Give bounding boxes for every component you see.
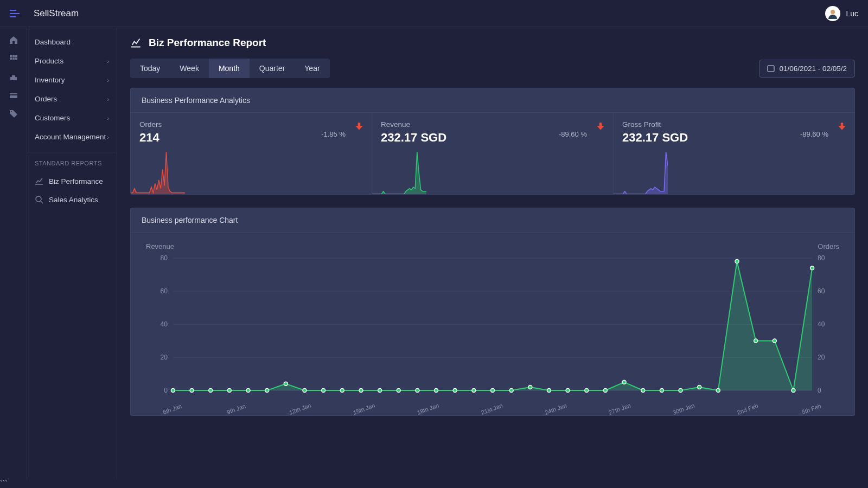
svg-text:15th Jan: 15th Jan	[352, 402, 376, 415]
svg-point-47	[528, 385, 532, 389]
svg-point-29	[190, 389, 194, 393]
content-area: Biz Performance Report Today Week Month …	[117, 27, 868, 479]
svg-rect-1	[10, 55, 12, 57]
svg-point-61	[792, 389, 795, 393]
kpi-delta: -89.60 %	[800, 130, 828, 138]
sidebar-item-inventory[interactable]: Inventory ›	[27, 70, 117, 89]
svg-text:80: 80	[818, 254, 825, 262]
svg-point-28	[171, 389, 175, 393]
tab-today[interactable]: Today	[130, 59, 170, 78]
home-icon[interactable]	[9, 36, 18, 44]
kpi-label: Gross Profit	[622, 120, 846, 129]
sidebar-report-sales-analytics[interactable]: Sales Analytics	[27, 190, 117, 209]
menu-toggle-icon[interactable]	[10, 10, 20, 17]
svg-text:12th Jan: 12th Jan	[288, 402, 312, 415]
page-title: Biz Performance Report	[149, 37, 266, 49]
calendar-icon	[767, 65, 775, 72]
tab-quarter[interactable]: Quarter	[250, 59, 295, 78]
kpi-delta: -1.85 %	[321, 130, 346, 138]
inventory-icon[interactable]	[9, 73, 18, 81]
svg-point-58	[735, 260, 739, 264]
card-icon[interactable]	[9, 91, 18, 100]
svg-rect-8	[10, 93, 17, 98]
svg-point-10	[11, 111, 12, 112]
avatar[interactable]	[825, 6, 840, 21]
svg-text:30th Jan: 30th Jan	[672, 402, 695, 415]
svg-point-51	[603, 389, 607, 393]
chevron-right-icon: ›	[107, 115, 109, 121]
date-range-picker[interactable]: 01/06/2021 - 02/05/2	[759, 60, 855, 78]
sidebar-reports-header: STANDARD REPORTS	[27, 160, 117, 172]
svg-point-50	[585, 389, 589, 393]
svg-point-48	[547, 389, 551, 393]
tab-year[interactable]: Year	[295, 59, 329, 78]
svg-text:60: 60	[161, 287, 168, 295]
sidebar-item-dashboard[interactable]: Dashboard	[27, 33, 117, 52]
kpi-orders: Orders 214 -1.85 %	[131, 113, 372, 194]
username[interactable]: Luc	[846, 9, 858, 18]
svg-point-31	[227, 389, 231, 393]
sidebar-item-customers[interactable]: Customers ›	[27, 108, 117, 127]
chevron-right-icon: ›	[107, 134, 109, 140]
svg-rect-4	[10, 57, 12, 60]
svg-rect-5	[12, 57, 15, 60]
svg-point-44	[472, 389, 476, 393]
svg-point-40	[397, 389, 400, 393]
sidebar-item-label: Products	[35, 57, 63, 65]
svg-point-54	[660, 389, 663, 393]
svg-point-0	[831, 10, 835, 14]
sidebar-report-biz-performance[interactable]: Biz Performance	[27, 172, 117, 190]
svg-rect-3	[15, 55, 17, 57]
svg-rect-9	[10, 94, 17, 95]
left-axis-label: Revenue	[146, 242, 174, 251]
kpi-label: Revenue	[381, 120, 604, 129]
kpi-delta: -89.60 %	[559, 130, 587, 138]
svg-text:0: 0	[818, 387, 821, 394]
topbar: SellStream Luc	[0, 0, 868, 27]
date-range-text: 01/06/2021 - 02/05/2	[779, 65, 847, 73]
analytics-card: Business Performance Analytics Orders 21…	[130, 88, 855, 195]
sidebar-item-orders[interactable]: Orders ›	[27, 89, 117, 108]
svg-point-57	[716, 389, 720, 393]
svg-text:0: 0	[164, 387, 168, 394]
svg-text:5th Feb: 5th Feb	[801, 402, 822, 415]
sidebar-item-label: Inventory	[35, 76, 65, 84]
tab-week[interactable]: Week	[170, 59, 209, 78]
svg-rect-12	[768, 66, 774, 72]
icon-rail	[0, 27, 27, 479]
svg-text:24th Jan: 24th Jan	[544, 402, 568, 415]
svg-point-59	[754, 339, 758, 343]
arrow-down-icon	[354, 121, 364, 131]
svg-point-37	[340, 389, 344, 393]
sidebar-item-products[interactable]: Products ›	[27, 52, 117, 70]
svg-text:40: 40	[818, 320, 825, 328]
svg-text:21st Jan: 21st Jan	[480, 402, 503, 415]
analytics-card-title: Business Performance Analytics	[131, 88, 854, 113]
sidebar-item-label: Account Management	[35, 133, 106, 141]
kpi-gross-profit: Gross Profit 232.17 SGD -89.60 %	[614, 113, 854, 194]
sparkline	[614, 149, 668, 194]
svg-text:20: 20	[818, 354, 825, 361]
svg-point-39	[378, 389, 382, 393]
svg-point-35	[303, 389, 307, 393]
svg-text:80: 80	[161, 254, 168, 262]
svg-point-45	[491, 389, 495, 393]
tag-icon[interactable]	[9, 110, 18, 118]
sidebar-report-label: Biz Performance	[49, 177, 103, 185]
svg-text:60: 60	[818, 287, 825, 295]
tab-month[interactable]: Month	[209, 59, 250, 78]
svg-rect-6	[15, 57, 17, 60]
svg-point-30	[209, 389, 213, 393]
right-axis-label: Orders	[818, 242, 839, 251]
svg-point-55	[679, 389, 682, 393]
chart-card-title: Business performance Chart	[131, 208, 854, 233]
sidebar-item-label: Orders	[35, 95, 57, 103]
brand-name: SellStream	[34, 8, 79, 19]
grid-icon[interactable]	[9, 54, 18, 63]
svg-point-56	[698, 385, 701, 389]
line-chart-icon	[130, 37, 141, 48]
arrow-down-icon	[596, 121, 605, 131]
sidebar-item-account-management[interactable]: Account Management ›	[27, 127, 117, 146]
sidebar-item-label: Dashboard	[35, 38, 71, 46]
svg-point-34	[284, 382, 288, 386]
